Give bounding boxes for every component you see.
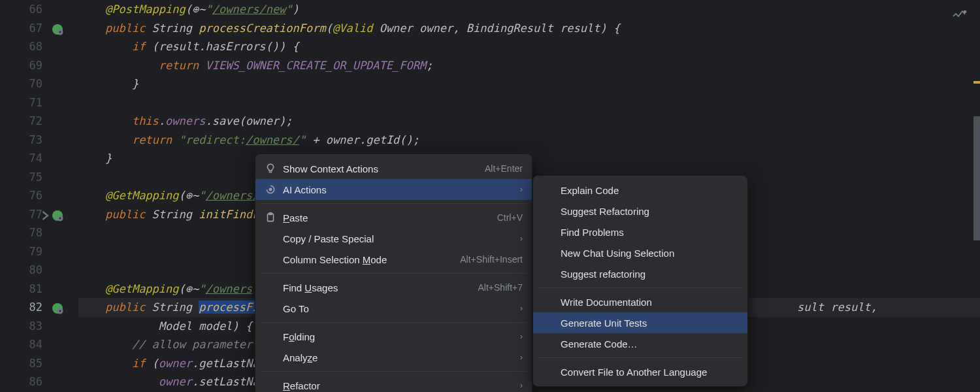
menu-shortcut: Alt+Shift+Insert <box>460 254 523 265</box>
line-number: 74 <box>0 149 42 168</box>
menu-separator <box>261 273 527 274</box>
bulb-icon <box>265 163 276 174</box>
menu-item-label: Column Selection Mode <box>283 254 453 265</box>
code-line[interactable] <box>78 93 980 112</box>
ctx-analyze[interactable]: Analyze› <box>255 347 532 368</box>
svg-point-13 <box>269 188 271 190</box>
line-number: 79 <box>0 242 42 261</box>
ai-explain-code[interactable]: Explain Code <box>533 180 747 201</box>
ai-generate-unit-tests[interactable]: Generate Unit Tests <box>533 312 747 333</box>
chevron-right-icon: › <box>520 381 523 390</box>
code-line[interactable]: return VIEWS_OWNER_CREATE_OR_UPDATE_FORM… <box>78 56 980 75</box>
ai-generate-code[interactable]: Generate Code… <box>533 333 747 354</box>
context-menu[interactable]: Show Context ActionsAlt+EnterAI Actions›… <box>255 154 532 392</box>
menu-shortcut: Ctrl+V <box>497 212 523 223</box>
menu-item-label: Folding <box>283 331 506 342</box>
menu-item-label: AI Actions <box>283 184 506 195</box>
blank-icon <box>265 380 276 391</box>
scrollbar-track[interactable] <box>973 0 980 392</box>
blank-icon <box>265 233 276 244</box>
menu-item-label: Suggest refactoring <box>561 269 738 280</box>
chevron-right-icon: › <box>520 332 523 341</box>
scroll-thumb[interactable] <box>973 196 980 209</box>
line-number: 84 <box>0 335 42 354</box>
ctx-show-context-actions[interactable]: Show Context ActionsAlt+Enter <box>255 158 532 179</box>
ai-suggest-refactoring[interactable]: Suggest refactoring <box>533 263 747 284</box>
code-line[interactable]: if (result.hasErrors()) { <box>78 37 980 56</box>
ctx-go-to[interactable]: Go To› <box>255 298 532 319</box>
blank-icon <box>542 317 554 329</box>
blank-icon <box>542 268 554 280</box>
menu-item-label: Explain Code <box>561 185 738 196</box>
menu-item-label: Generate Unit Tests <box>561 318 738 329</box>
ctx-paste[interactable]: PasteCtrl+V <box>255 207 532 228</box>
scroll-thumb[interactable] <box>973 116 980 240</box>
blank-icon <box>265 351 276 363</box>
line-number: 76 <box>0 186 42 205</box>
svg-point-12 <box>964 11 966 13</box>
ai-convert-file-to-another-language[interactable]: Convert File to Another Language <box>533 361 747 382</box>
menu-item-label: Find Usages <box>283 282 472 293</box>
line-number: 78 <box>0 223 42 242</box>
line-number: 86 <box>0 372 42 391</box>
blank-icon <box>542 366 554 378</box>
ai-actions-submenu[interactable]: Explain CodeSuggest RefactoringFind Prob… <box>532 175 748 387</box>
code-line[interactable]: } <box>78 74 980 93</box>
blank-icon <box>542 247 554 259</box>
line-number: 70 <box>0 74 42 93</box>
ctx-column-selection-mode[interactable]: Column Selection ModeAlt+Shift+Insert <box>255 249 532 270</box>
blank-icon <box>542 296 554 308</box>
blank-icon <box>265 282 276 293</box>
chevron-right-icon: › <box>520 353 523 362</box>
chevron-right-icon: › <box>520 304 523 313</box>
ctx-ai-actions[interactable]: AI Actions› <box>255 179 532 200</box>
blank-icon <box>542 184 554 196</box>
code-line[interactable]: return "redirect:/owners/" + owner.getId… <box>78 131 980 150</box>
line-number: 66 <box>0 0 42 19</box>
menu-item-label: Find Problems <box>561 227 738 238</box>
menu-item-label: Paste <box>283 212 491 223</box>
line-number: 81 <box>0 280 42 299</box>
ai-find-problems[interactable]: Find Problems <box>533 221 747 242</box>
line-number: 82 <box>0 298 42 317</box>
menu-item-label: Generate Code… <box>561 338 738 350</box>
chevron-right-icon: › <box>520 185 523 194</box>
code-line[interactable]: @PostMapping(⊕~"/owners/new") <box>78 0 980 19</box>
menu-separator <box>261 322 527 323</box>
ai-suggest-refactoring[interactable]: Suggest Refactoring <box>533 201 747 221</box>
menu-separator <box>538 287 742 288</box>
menu-item-label: New Chat Using Selection <box>561 248 738 259</box>
menu-item-label: Show Context Actions <box>283 163 478 174</box>
ai-new-chat-using-selection[interactable]: New Chat Using Selection <box>533 242 747 263</box>
blank-icon <box>265 331 276 342</box>
blank-icon <box>542 205 554 217</box>
menu-item-label: Copy / Paste Special <box>283 233 506 244</box>
code-line[interactable]: public String processCreationForm(@Valid… <box>78 19 980 38</box>
code-line[interactable]: this.owners.save(owner); <box>78 112 980 131</box>
blank-icon <box>265 253 276 265</box>
ctx-find-usages[interactable]: Find UsagesAlt+Shift+7 <box>255 277 532 298</box>
code-vision-icon[interactable] <box>951 5 967 21</box>
line-number: 80 <box>0 261 42 280</box>
warning-marker[interactable] <box>973 81 980 84</box>
line-number: 69 <box>0 56 42 75</box>
menu-separator <box>538 357 742 358</box>
line-number-gutter: 6667686970717273747576777879808182838485… <box>0 0 56 392</box>
ctx-folding[interactable]: Folding› <box>255 326 532 347</box>
line-number: 73 <box>0 131 42 150</box>
blank-icon <box>542 338 554 350</box>
line-number: 71 <box>0 93 42 112</box>
ai-write-documentation[interactable]: Write Documentation <box>533 291 747 312</box>
ctx-copy-paste-special[interactable]: Copy / Paste Special› <box>255 228 532 249</box>
line-number: 85 <box>0 354 42 373</box>
line-number: 77 <box>0 205 42 224</box>
menu-item-label: Write Documentation <box>561 297 738 308</box>
ai-icon <box>265 184 276 195</box>
fold-icon[interactable] <box>40 208 52 220</box>
menu-item-label: Refactor <box>283 380 506 391</box>
menu-item-label: Suggest Refactoring <box>561 206 738 217</box>
ctx-refactor[interactable]: Refactor› <box>255 375 532 392</box>
blank-icon <box>542 226 554 238</box>
menu-shortcut: Alt+Shift+7 <box>478 282 523 293</box>
line-number: 72 <box>0 112 42 131</box>
